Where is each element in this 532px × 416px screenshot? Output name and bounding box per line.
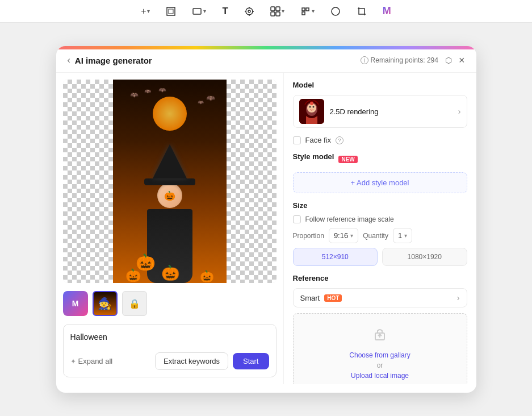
svg-rect-0 — [167, 7, 175, 15]
upload-local-link[interactable]: Upload local image — [305, 372, 455, 380]
header-right: i Remaining points: 294 ⬡ × — [361, 55, 465, 65]
reference-section: Reference Smart HOT › Choose from ga — [293, 274, 467, 384]
expand-all-icon: ✦ — [70, 357, 76, 365]
follow-ref-checkbox[interactable] — [293, 215, 301, 223]
witch-thumbnail-icon: 🧙 — [98, 297, 112, 310]
reference-section-label: Reference — [293, 274, 467, 282]
ground-pumpkins: 🎃 🎃 🎃 — [113, 264, 227, 283]
svg-point-22 — [310, 102, 313, 105]
main-image: 🦇 🦇 🦇 🦇 🦇 — [113, 80, 227, 283]
expand-all-label: Expand all — [78, 357, 113, 365]
svg-point-4 — [248, 10, 250, 13]
rainbow-bar — [56, 46, 476, 49]
new-badge: NEW — [338, 156, 357, 163]
target-tool[interactable] — [241, 4, 258, 19]
shape-tool[interactable]: ▾ — [188, 4, 210, 19]
moon — [153, 97, 187, 131]
size-section-label: Size — [293, 201, 467, 210]
quantity-select[interactable]: 1 ▾ — [393, 228, 412, 243]
svg-point-21 — [312, 106, 314, 108]
prompt-text: Halloween — [70, 331, 269, 343]
res-1080x1920-button[interactable]: 1080×1920 — [382, 248, 467, 266]
svg-rect-15 — [302, 12, 305, 15]
model-selector[interactable]: 2.5D rendering › — [293, 95, 467, 128]
upload-icon — [305, 325, 455, 347]
component-icon — [270, 6, 280, 16]
model-thumb-image — [299, 99, 324, 124]
expand-all-button[interactable]: ✦ Expand all — [70, 357, 113, 365]
dialog-title: AI image generator — [75, 56, 152, 65]
prompt-area[interactable]: Halloween ✦ Expand all Extract keywords … — [63, 324, 277, 377]
svg-point-20 — [309, 106, 311, 108]
proportion-value: 9:16 — [334, 231, 348, 240]
pumpkin-2: 🎃 — [161, 264, 179, 282]
res-512x910-button[interactable]: 512×910 — [293, 248, 378, 266]
transform-tool[interactable]: ▾ — [297, 4, 318, 19]
ref-name: Smart — [300, 294, 320, 302]
header-left: ‹ AI image generator — [68, 55, 152, 65]
svg-point-3 — [246, 8, 253, 15]
ai-image-dialog: ‹ AI image generator i Remaining points:… — [56, 46, 476, 393]
component-chevron: ▾ — [282, 8, 284, 14]
witch-hat — [130, 144, 210, 185]
svg-rect-13 — [302, 8, 305, 11]
bat-2: 🦇 — [144, 88, 151, 94]
main-area: ‹ AI image generator i Remaining points:… — [0, 23, 532, 416]
extract-keywords-button[interactable]: Extract keywords — [155, 352, 228, 370]
svg-rect-2 — [193, 9, 201, 14]
frame-tool[interactable] — [162, 4, 179, 19]
bat-5: 🦇 — [158, 86, 166, 94]
expand-button[interactable]: ⬡ — [445, 56, 452, 65]
choose-gallery-link[interactable]: Choose from gallary — [305, 351, 455, 359]
size-section: Size Follow reference image scale Propor… — [293, 201, 467, 266]
quantity-chevron-icon: ▾ — [404, 232, 407, 239]
crop-tool[interactable] — [353, 4, 370, 19]
svg-rect-10 — [276, 7, 280, 11]
target-icon — [244, 6, 254, 16]
image-container: 🦇 🦇 🦇 🦇 🦇 — [63, 80, 277, 283]
follow-ref-label: Follow reference image scale — [305, 215, 394, 223]
back-button[interactable]: ‹ — [68, 55, 70, 65]
lock-thumbnail-icon: 🔒 — [129, 298, 140, 309]
model-section-label: Model — [293, 81, 467, 89]
face-fix-label: Face fix — [305, 136, 332, 144]
face-fix-help-icon[interactable]: ? — [336, 136, 344, 144]
brand-icon: M — [383, 5, 391, 17]
style-model-header: Style model NEW — [293, 152, 467, 167]
svg-rect-1 — [169, 9, 173, 14]
hot-badge: HOT — [324, 294, 342, 302]
model-chevron-icon: › — [458, 107, 461, 116]
pumpkin-1: 🎃 — [125, 268, 141, 283]
witch-face: 🎃 — [157, 183, 182, 208]
circle-tool[interactable] — [327, 4, 344, 19]
action-buttons: Extract keywords Start — [155, 352, 269, 370]
reference-selector[interactable]: Smart HOT › — [293, 288, 467, 307]
face-fix-checkbox[interactable] — [293, 136, 301, 144]
brand-tool[interactable]: M — [379, 3, 395, 19]
thumbnail-witch[interactable]: 🧙 — [93, 291, 118, 316]
info-icon: i — [361, 56, 368, 64]
model-left: 2.5D rendering — [299, 99, 379, 124]
thumbnail-lock[interactable]: 🔒 — [122, 291, 147, 316]
transform-icon — [300, 6, 311, 16]
dialog-header: ‹ AI image generator i Remaining points:… — [56, 46, 476, 73]
close-button[interactable]: × — [459, 55, 465, 65]
add-tool[interactable]: + ▾ — [137, 4, 153, 19]
add-style-button[interactable]: + Add style model — [293, 172, 467, 193]
hat-triangle — [153, 144, 187, 178]
model-thumbnail — [299, 99, 324, 124]
text-icon: T — [222, 6, 228, 17]
quantity-label: Quantity — [363, 232, 388, 240]
proportion-select[interactable]: 9:16 ▾ — [329, 228, 358, 243]
thumbnail-brand[interactable]: M — [63, 291, 88, 316]
proportion-row: Proportion 9:16 ▾ Quantity 1 ▾ — [293, 228, 467, 243]
upload-or-text: or — [305, 361, 455, 369]
svg-rect-9 — [271, 7, 275, 11]
start-button[interactable]: Start — [233, 353, 269, 369]
text-tool[interactable]: T — [219, 3, 231, 19]
component-tool[interactable]: ▾ — [267, 4, 288, 19]
right-panel: Model — [283, 73, 476, 384]
ref-left: Smart HOT — [300, 294, 342, 302]
bat-1: 🦇 — [130, 91, 139, 99]
crop-icon — [357, 6, 367, 16]
